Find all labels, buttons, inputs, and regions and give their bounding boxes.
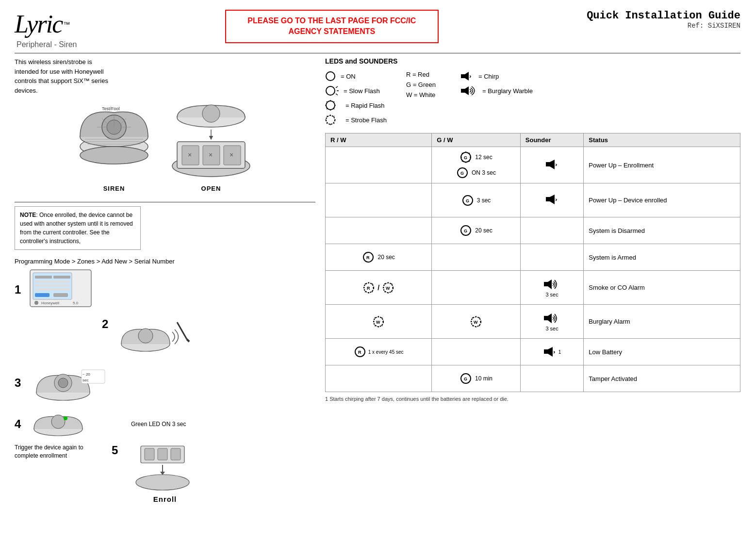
cell-rw-2 xyxy=(326,183,432,217)
svg-rect-96 xyxy=(546,162,550,166)
device-description: This wireless siren/strobe is intended f… xyxy=(15,57,112,95)
cell-rw-6: W xyxy=(326,305,432,339)
slow-flash-svg xyxy=(325,85,339,96)
right-panel: LEDS and SOUNDERS = ON = Slow Flash xyxy=(325,57,740,503)
cell-status-3: System is Disarmed xyxy=(584,217,740,244)
svg-text:G: G xyxy=(460,171,464,176)
cell-status-4: System is Armed xyxy=(584,244,740,271)
cell-sounder-7: 1 xyxy=(520,339,584,365)
step-4-img xyxy=(29,410,126,439)
header-right: Quick Installation Guide Ref: SiXSIREN xyxy=(587,10,740,30)
cell-sounder-4 xyxy=(520,244,584,271)
svg-rect-53 xyxy=(171,448,181,460)
siren-svg: Test/Fool xyxy=(75,103,153,181)
siren-label: SIREN xyxy=(75,185,153,192)
table-row: R / xyxy=(326,271,740,305)
table-row: W xyxy=(326,305,740,339)
strobe-flash-svg xyxy=(325,115,341,125)
cell-rw-7-text: 1 x every 45 sec xyxy=(368,349,404,355)
table-header-row: R / W G / W Sounder Status xyxy=(326,133,740,147)
svg-text:G: G xyxy=(464,155,467,160)
color-w: W = White xyxy=(406,91,436,99)
cell-sounder-2 xyxy=(520,183,584,217)
cell-sounder-6: 3 sec xyxy=(520,305,584,339)
leds-title: LEDS and SOUNDERS xyxy=(325,57,740,65)
cell-status-8: Tamper Activated xyxy=(584,365,740,392)
step-1-number: 1 xyxy=(15,283,24,296)
svg-point-23 xyxy=(202,105,220,122)
left-divider xyxy=(15,202,315,202)
strobe-w-svg-5: W xyxy=(381,281,395,295)
colors-chirp: R = Red G = Green W = White = Chirp xyxy=(406,71,533,125)
peripheral-label: Peripheral - Siren xyxy=(16,40,77,49)
step3-svg: ~ 20 sec xyxy=(29,361,107,405)
programming-title: Programming Mode > Zones > Add New > Ser… xyxy=(15,258,315,265)
svg-line-140 xyxy=(479,317,480,318)
steps-grid: 1 xyxy=(15,269,315,492)
strobe-r-svg: R xyxy=(362,281,376,295)
table-row: G 12 sec G ON 3 sec xyxy=(326,147,740,183)
color-r: R = Red xyxy=(406,71,436,78)
step-1: 1 xyxy=(15,269,315,310)
svg-point-38 xyxy=(138,329,153,343)
header-divider xyxy=(15,53,740,53)
programming-section: Programming Mode > Zones > Add New > Ser… xyxy=(15,258,315,503)
leds-symbols: = ON = Slow Flash xyxy=(325,71,387,125)
svg-point-7 xyxy=(80,147,148,164)
svg-rect-52 xyxy=(158,448,167,460)
on-g-svg-3: G xyxy=(460,224,472,237)
note-text: : Once enrolled, the device cannot be us… xyxy=(20,212,133,245)
loud-sounder-svg-5 xyxy=(543,278,561,291)
cell-sounder-3 xyxy=(520,217,584,244)
cell-rw-1 xyxy=(326,147,432,183)
controller-svg: Honeywell 5.0 xyxy=(29,269,92,310)
cell-status-1: Power Up – Enrollment xyxy=(584,147,740,183)
cell-sounder-8 xyxy=(520,365,584,392)
on-r-svg: R xyxy=(362,251,375,264)
col-sounder: Sounder xyxy=(520,133,584,147)
cell-rw-4: R 20 sec xyxy=(326,244,432,271)
step4-svg xyxy=(29,410,126,439)
svg-text:5.0: 5.0 xyxy=(73,301,79,305)
cell-rw-3 xyxy=(326,217,432,244)
svg-marker-127 xyxy=(548,280,552,289)
rapid-flash-g-svg: G xyxy=(460,151,472,164)
color-g: G = Green xyxy=(406,81,436,88)
svg-point-56 xyxy=(136,475,189,490)
on-icon-svg xyxy=(325,71,336,82)
warble-icon-svg xyxy=(460,85,477,96)
slow-r-svg: R xyxy=(354,346,366,358)
svg-rect-51 xyxy=(145,448,154,460)
siren-images: Test/Fool SIREN × × × xyxy=(15,103,315,192)
cell-gw-3-text: 20 sec xyxy=(475,227,492,234)
chirp-icon-svg xyxy=(460,71,474,82)
symbol-on: = ON xyxy=(325,71,387,82)
open-label: OPEN xyxy=(167,185,255,192)
col-status: Status xyxy=(584,133,740,147)
rapid-flash-svg xyxy=(325,100,341,111)
chirp-sounder-svg-7 xyxy=(543,346,558,358)
svg-text:W: W xyxy=(376,320,380,325)
svg-point-57 xyxy=(326,72,335,81)
cell-status-7: Low Battery xyxy=(584,339,740,365)
sounder-7-sup: 1 xyxy=(558,349,561,355)
enroll-label: Enroll xyxy=(15,495,315,503)
step5-svg xyxy=(126,444,199,492)
step-1-img: Honeywell 5.0 xyxy=(29,269,92,310)
svg-text:R: R xyxy=(366,255,370,260)
svg-rect-31 xyxy=(35,288,70,291)
svg-text:Honeywell: Honeywell xyxy=(41,301,59,305)
chirp-label: = Chirp xyxy=(478,73,499,80)
cell-rw-7: R 1 x every 45 sec xyxy=(326,339,432,365)
svg-line-61 xyxy=(336,94,338,95)
svg-rect-82 xyxy=(461,89,465,93)
svg-marker-97 xyxy=(550,160,555,169)
step-5-img xyxy=(126,444,199,492)
on-g-svg-2: G xyxy=(461,194,474,207)
cell-status-2: Power Up – Device enrolled xyxy=(584,183,740,217)
cell-gw-2-text: 3 sec xyxy=(477,197,491,204)
svg-rect-148 xyxy=(544,316,548,320)
table-row: G 10 min Tamper Activated xyxy=(326,365,740,392)
svg-text:W: W xyxy=(386,286,390,291)
open-svg: × × × xyxy=(167,103,255,181)
